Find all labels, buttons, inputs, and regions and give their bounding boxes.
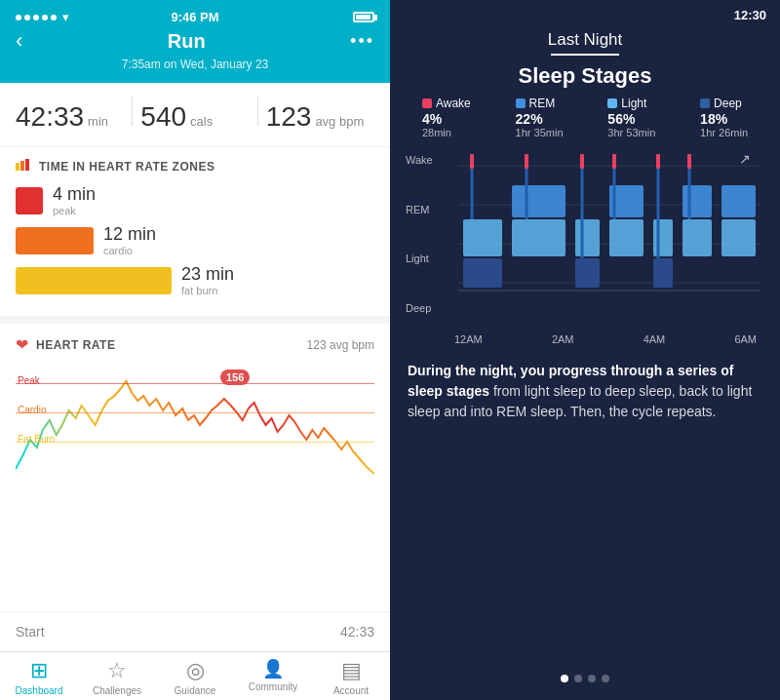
run-header: ▾ 9:46 PM ‹ Run ••• 7:35am on Wed, Janua… <box>0 0 390 83</box>
rem-pct: 22% <box>516 111 543 127</box>
svg-rect-1 <box>20 161 24 171</box>
page-dot-3[interactable] <box>588 675 596 682</box>
cardio-zone-bar <box>16 227 94 254</box>
deep-chart-label: Deep <box>406 302 443 314</box>
nav-dashboard[interactable]: ⊞ Dashboard <box>0 658 78 696</box>
wifi-icon: ▾ <box>62 10 69 24</box>
activity-title: Run <box>22 30 350 53</box>
nav-challenges[interactable]: ☆ Challenges <box>78 658 156 696</box>
rem-time: 1hr 35min <box>516 127 564 138</box>
svg-rect-18 <box>512 185 566 217</box>
hr-zones-section: TIME IN HEART RATE ZONES 4 min peak 12 m… <box>0 147 390 316</box>
hr-title-row: ❤ HEART RATE <box>16 335 115 354</box>
peak-zone-info: 4 min peak <box>53 184 96 216</box>
svg-rect-22 <box>470 154 474 169</box>
dashboard-label: Dashboard <box>16 685 63 696</box>
svg-rect-2 <box>25 159 29 171</box>
peak-badge: 156 <box>220 369 250 385</box>
nav-account[interactable]: ▤ Account <box>312 658 390 696</box>
title-underline <box>551 54 619 56</box>
cardio-zone-row: 12 min cardio <box>16 224 374 256</box>
calories-value: 540 <box>140 101 186 133</box>
heartrate-unit: avg bpm <box>315 114 364 129</box>
duration-value: 42:33 <box>16 101 84 133</box>
status-bar: ▾ 9:46 PM <box>16 10 374 24</box>
legend-rem: REM 22% 1hr 35min <box>516 97 564 138</box>
start-row: Start 42:33 <box>0 611 390 651</box>
hr-chart-svg <box>16 362 374 498</box>
calories-unit: cals <box>190 114 213 129</box>
duration-unit: min <box>88 114 108 129</box>
deep-dot <box>700 98 710 108</box>
challenges-icon: ☆ <box>107 658 127 683</box>
sleep-stages-title: Sleep Stages <box>519 63 652 88</box>
sleep-chart-svg <box>406 146 764 317</box>
peak-label: Peak <box>18 375 40 386</box>
back-button[interactable]: ‹ <box>16 28 22 54</box>
stat-divider <box>132 97 133 126</box>
svg-rect-27 <box>687 154 691 169</box>
header-nav: ‹ Run ••• <box>16 28 374 54</box>
stats-row: 42:33 min 540 cals 123 avg bpm <box>0 83 390 147</box>
start-value: 42:33 <box>340 624 374 640</box>
svg-rect-23 <box>525 154 528 169</box>
hr-zones-title: TIME IN HEART RATE ZONES <box>16 159 374 175</box>
more-button[interactable]: ••• <box>350 31 374 52</box>
legend-deep: Deep 18% 1hr 26min <box>700 97 748 138</box>
fatburn-line <box>16 442 374 443</box>
nav-community[interactable]: 👤 Community <box>234 658 312 696</box>
svg-rect-17 <box>722 219 756 256</box>
fatburn-label: Fat Burn <box>18 434 55 445</box>
sleep-legend: Awake 4% 28min REM 22% 1hr 35min Light 5… <box>390 89 780 146</box>
peak-label: peak <box>53 205 96 216</box>
dashboard-icon: ⊞ <box>30 658 48 683</box>
peak-zone-row: 4 min peak <box>16 184 374 216</box>
fatburn-zone-bar <box>16 267 172 294</box>
svg-rect-24 <box>580 154 584 169</box>
nav-guidance[interactable]: ◎ Guidance <box>156 658 234 696</box>
svg-rect-13 <box>575 219 600 256</box>
status-time: 9:46 PM <box>171 10 218 24</box>
page-dot-1[interactable] <box>561 675 568 682</box>
svg-rect-0 <box>16 163 20 171</box>
svg-rect-12 <box>512 219 566 256</box>
account-icon: ▤ <box>341 658 362 683</box>
legend-light: Light 56% 3hr 53min <box>607 97 655 138</box>
community-icon: 👤 <box>262 658 284 680</box>
page-dot-4[interactable] <box>602 675 609 682</box>
cardio-label: cardio <box>103 245 156 256</box>
hr-header: ❤ HEART RATE 123 avg bpm <box>16 335 374 354</box>
peak-minutes: 4 min <box>53 184 96 205</box>
section-divider <box>0 316 390 324</box>
signal-dot <box>42 15 48 20</box>
sleep-description: During the night, you progress through a… <box>390 345 780 438</box>
calories-stat: 540 cals <box>140 101 249 133</box>
deep-label: Deep <box>714 97 742 110</box>
fatburn-minutes: 23 min <box>181 264 234 285</box>
signal-dot <box>51 15 57 20</box>
fatburn-label: fat burn <box>181 285 234 296</box>
cardio-label: Cardio <box>18 405 46 415</box>
heartrate-stat: 123 avg bpm <box>266 101 374 133</box>
hr-chart-section: ❤ HEART RATE 123 avg bpm Peak Cardio Fat… <box>0 324 390 611</box>
fatburn-zone-row: 23 min fat burn <box>16 264 374 296</box>
light-label: Light <box>621 97 646 110</box>
duration-stat: 42:33 min <box>16 101 124 133</box>
hr-avg-label: 123 avg bpm <box>307 338 374 352</box>
svg-rect-11 <box>463 219 502 256</box>
page-dot-2[interactable] <box>574 675 582 682</box>
svg-rect-21 <box>722 185 756 217</box>
awake-pct: 4% <box>422 111 442 127</box>
sleep-chart-container: Wake REM Light Deep <box>390 146 780 341</box>
battery-indicator <box>349 12 374 22</box>
svg-rect-20 <box>682 185 712 217</box>
activity-subtitle: 7:35am on Wed, January 23 <box>16 58 374 71</box>
hr-section-title: HEART RATE <box>36 338 115 352</box>
svg-rect-25 <box>612 154 616 169</box>
svg-rect-14 <box>609 219 644 256</box>
svg-rect-15 <box>653 219 673 256</box>
light-chart-label: Light <box>406 253 443 264</box>
peak-line <box>16 383 374 384</box>
rem-dot <box>516 98 526 108</box>
hr-chart-area: Peak Cardio Fat Burn 156 <box>16 362 374 498</box>
